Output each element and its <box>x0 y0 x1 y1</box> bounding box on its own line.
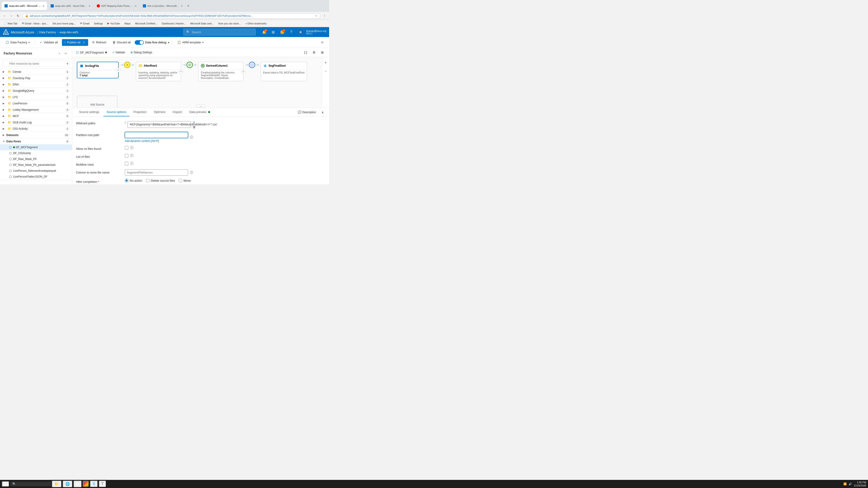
add-source-button[interactable]: Add Source <box>77 96 118 108</box>
dataflow-item-df-mcfsegment[interactable]: ⬡ DF_MCFSegment <box>0 144 72 150</box>
dynamic-content-link[interactable]: Add dynamic content [Alt+P] <box>125 139 188 142</box>
star-icon[interactable]: ☆ <box>315 14 318 18</box>
partition-info-icon[interactable]: ⓘ <box>190 135 193 139</box>
bookmark-hacker[interactable]: Dashboard | Hacker... <box>160 22 187 26</box>
bookmark-ms-data[interactable]: Microsoft Data certi... <box>188 22 215 26</box>
global-search-input[interactable] <box>192 31 253 34</box>
allow-no-files-checkbox[interactable] <box>125 146 128 150</box>
data-factory-button[interactable]: ⬡ Data Factory ▾ <box>4 39 32 46</box>
tab1-close[interactable]: ✕ <box>42 5 44 7</box>
column-store-filename-input[interactable] <box>125 169 188 175</box>
breadcrumb-data-factory[interactable]: Data Factory <box>39 31 56 34</box>
canvas-settings-icon-button[interactable]: ⚙ <box>311 50 317 55</box>
bookmark-other[interactable]: » Other bookmarks <box>244 22 269 26</box>
no-action-radio-btn[interactable] <box>125 179 128 182</box>
resource-group-cenlar-header[interactable]: ▶ 📁 Cenlar 1 <box>0 69 72 75</box>
resource-group-olb-audit-header[interactable]: ▶ 📁 OLB Audit Log 2 <box>0 119 72 125</box>
allow-no-files-info-icon[interactable]: ⓘ <box>130 146 133 150</box>
dataflow-item-df-osiactivty[interactable]: ⬡ DF_OSIActivty <box>0 150 72 156</box>
list-of-files-info-icon[interactable]: ⓘ <box>130 154 133 158</box>
bookmark-store[interactable]: How you can store... <box>216 22 243 26</box>
dataflow-item-liveperson-flatten-json[interactable]: ⬡ LivePersonFlattenJSON_DF <box>0 174 72 180</box>
toolbar-right-icon[interactable]: ≡ <box>319 39 326 46</box>
debug-settings-button[interactable]: ⊕ Debug Settings <box>129 50 154 55</box>
bookmark-new-tab[interactable]: 📄New Tab <box>2 21 19 26</box>
bookmark-home[interactable]: Set your home pag... <box>51 22 77 26</box>
arm-template-button[interactable]: 📋 ARM template ▾ <box>175 39 206 45</box>
sidebar-add-button[interactable]: + <box>66 62 68 66</box>
flow-node-segfinaldest[interactable]: SegFinalDest Export data to DS_MCFSegFin… <box>260 62 307 81</box>
section-dataflows-header[interactable]: ▼ Data flows 6 <box>0 138 72 144</box>
validate-all-button[interactable]: ✓ Validate all <box>37 39 60 45</box>
no-action-radio[interactable]: No action <box>125 179 142 182</box>
move-radio[interactable]: Move <box>179 179 191 182</box>
tab3-close[interactable]: ✕ <box>135 5 136 7</box>
alterrow1-add-button[interactable]: + <box>179 69 183 74</box>
debug-toggle-switch[interactable]: Data flow debug ● <box>135 40 169 45</box>
canvas-zoom-out-button[interactable]: − <box>322 68 329 75</box>
bookmark-maps[interactable]: Maps <box>123 22 132 26</box>
refresh-nav-button[interactable]: ↻ <box>16 13 21 19</box>
portal-button[interactable]: ⊞ <box>269 28 277 36</box>
user-info[interactable]: K khanaz@becu.org BECU <box>297 29 327 36</box>
move-radio-btn[interactable] <box>179 179 182 182</box>
flow-node-alterrow1[interactable]: AlterRow1 Inserting, updating, deleting,… <box>136 62 181 81</box>
multiline-rows-info-icon[interactable]: ⓘ <box>130 162 133 166</box>
resource-group-lfc-header[interactable]: ▶ 📁 LFC 1 <box>0 94 72 100</box>
bookmark-gmail[interactable]: ✉Gmail <box>78 21 91 26</box>
sidebar-search-input[interactable] <box>3 61 69 67</box>
sidebar-toggle-button[interactable]: ‹‹ <box>63 51 68 56</box>
resource-group-mcf-header[interactable]: ▶ 📁 MCF 6 <box>0 113 72 119</box>
flow-node-srcsegfile[interactable]: SrcSegFile Columns: 7 total + <box>77 62 119 78</box>
resource-group-courtesy-pay-header[interactable]: ▶ 📁 Courtesy Pay 1 <box>0 75 72 81</box>
discard-all-button[interactable]: 🗑 Discard all <box>110 39 133 45</box>
back-button[interactable]: ← <box>2 13 7 19</box>
list-of-files-checkbox[interactable] <box>125 154 128 158</box>
description-button[interactable]: 💬 Description <box>296 109 318 115</box>
new-tab-button[interactable]: + <box>186 3 190 9</box>
tab-projection[interactable]: Projection <box>130 108 150 116</box>
canvas-zoom-in-button[interactable]: + <box>322 59 329 66</box>
partition-root-path-input[interactable] <box>125 132 188 138</box>
resource-group-osi-activity-header[interactable]: ▶ 📁 OSI Activity 1 <box>0 126 72 132</box>
panel-collapse-button[interactable]: ∧ <box>320 109 326 115</box>
resource-group-dna-header[interactable]: ▶ 📁 DNA 1 <box>0 81 72 88</box>
forward-button[interactable]: → <box>8 13 14 19</box>
breadcrumb-adf1[interactable]: asap-dev-adf1 <box>60 31 79 34</box>
bookmark-ms-certified[interactable]: Microsoft Certified... <box>133 22 159 26</box>
delete-source-radio[interactable]: Delete source files <box>146 179 175 182</box>
srcsegfile-add-button[interactable]: + <box>116 68 121 72</box>
derivedcolumn1-add-button[interactable]: + <box>241 69 246 74</box>
help-button[interactable]: ? <box>287 28 296 36</box>
bookmark-youtube[interactable]: ▶YouTube <box>105 21 122 26</box>
tab-optimize[interactable]: Optimize <box>151 108 168 116</box>
bookmark-gmail-inbox[interactable]: ✉Gmail - Inbox - aze... <box>20 21 50 26</box>
flow-node-derivedcolumn1[interactable]: DerivedColumn1 Creating/updating the col… <box>198 62 243 81</box>
bookmark-settings[interactable]: Settings <box>92 22 105 26</box>
validate-button[interactable]: ✓ Validate <box>111 50 127 55</box>
canvas-code-button[interactable]: { } <box>303 50 309 55</box>
tab2-close[interactable]: ✕ <box>89 5 90 7</box>
debug-toggle[interactable] <box>135 40 144 45</box>
resource-group-googlebigquery-header[interactable]: ▶ 📁 GoogleBigQuery 1 <box>0 88 72 94</box>
resource-group-liveperson-header[interactable]: ▶ 📁 LivePerson 6 <box>0 100 72 106</box>
tab-source-settings[interactable]: Source settings <box>76 108 103 116</box>
resource-group-lobby-management-header[interactable]: ▶ 📁 Lobby Management 3 <box>0 107 72 113</box>
dataflow-item-liveperson-flatten[interactable]: ⬡ LivePerson_flatenandcreateparquet <box>0 168 72 174</box>
address-bar[interactable]: 🔒 adf.azure.com/authoring/dataflow/DF_MC… <box>22 13 320 19</box>
browser-tab-1[interactable]: asap-dev-adf1 - Microsoft Azure ✕ <box>2 2 47 10</box>
tab-inspect[interactable]: Inspect <box>169 108 185 116</box>
browser-tab-3[interactable]: ADF Mapping Data Flows: Para... ✕ <box>94 2 139 10</box>
dataflow-item-df-raw-mask-pii-param[interactable]: ⬡ DF_Raw_Mask_PII_parameterized <box>0 162 72 168</box>
delete-source-radio-btn[interactable] <box>146 179 149 182</box>
publish-all-button[interactable]: ↑ Publish all 2 <box>62 39 88 46</box>
global-search-bar[interactable]: 🔍 <box>183 29 256 35</box>
feedback-button[interactable]: 😊 3 <box>278 28 286 36</box>
tab-source-options[interactable]: Source options <box>103 108 129 116</box>
browser-tab-4[interactable]: Ask a Question - Microsoft Q&A ✕ <box>140 2 185 10</box>
multiline-rows-checkbox[interactable] <box>125 162 128 165</box>
section-datasets-header[interactable]: ▶ Datasets 65 <box>0 132 72 138</box>
wildcard-delete-button[interactable]: 🗑 <box>193 125 196 129</box>
tab4-close[interactable]: ✕ <box>181 5 183 7</box>
wildcard-add-button[interactable]: + <box>193 120 196 124</box>
